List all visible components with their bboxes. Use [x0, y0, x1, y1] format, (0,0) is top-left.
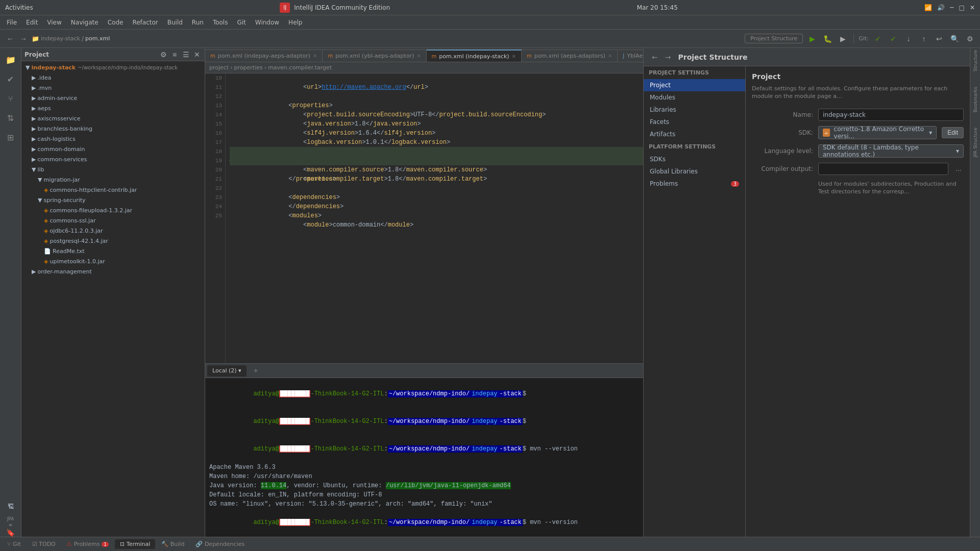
ps-nav-problems[interactable]: Problems 3: [644, 178, 745, 190]
ps-sdk-select[interactable]: ☕ corretto-1.8 Amazon Corretto versi... …: [818, 126, 937, 139]
tab-pom-indepay-aeps[interactable]: m pom.xml (indepay-aeps-adaptor) ✕: [205, 49, 323, 62]
sidebar-icon-commit[interactable]: ✔: [2, 70, 20, 88]
ps-language-level-value: SDK default (8 - Lambdas, type annotatio…: [823, 144, 956, 158]
settings-button[interactable]: ⚙: [964, 33, 976, 45]
right-sidebar-jpa[interactable]: JPA Structure: [972, 126, 979, 159]
bottom-tab-todo[interactable]: ☑ TODO: [27, 539, 61, 549]
ps-language-level-select[interactable]: SDK default (8 - Lambdas, type annotatio…: [818, 144, 964, 158]
tree-branchless-banking[interactable]: ▶branchless-banking: [21, 123, 205, 134]
menu-tools[interactable]: Tools: [209, 17, 232, 28]
bottom-tab-git[interactable]: ⑂ Git: [2, 539, 26, 549]
activities-label[interactable]: Activities: [5, 4, 33, 11]
tree-migration-jar[interactable]: ▼migration-jar: [21, 174, 205, 185]
ps-nav-artifacts[interactable]: Artifacts: [644, 128, 745, 140]
ps-name-value[interactable]: indepay-stack: [818, 109, 964, 121]
ps-nav-modules[interactable]: Modules: [644, 91, 745, 104]
tree-order-management[interactable]: ▶order-management: [21, 266, 205, 277]
sidebar-icon-build[interactable]: 🏗: [8, 503, 14, 510]
bottom-tab-terminal[interactable]: ⊡ Terminal: [115, 539, 155, 549]
tree-commons-fileupload[interactable]: ◈commons-fileupload-1.3.2.jar: [21, 205, 205, 215]
menu-navigate[interactable]: Navigate: [67, 17, 103, 28]
ps-nav-facets[interactable]: Facets: [644, 116, 745, 128]
tab-pom-aeps-adaptors[interactable]: m pom.xml (aeps-adaptors) ✕: [522, 49, 618, 62]
tree-root[interactable]: ▼ indepay-stack ~/workspace/ndmp-indo/in…: [21, 62, 205, 72]
bottom-tab-dependencies[interactable]: 🔗 Dependencies: [190, 539, 250, 549]
forward-button[interactable]: →: [17, 33, 30, 45]
sidebar-icon-git[interactable]: ⑂: [2, 89, 20, 108]
ps-nav-sdks[interactable]: SDKs: [644, 153, 745, 165]
menu-refactor[interactable]: Refactor: [128, 17, 162, 28]
tree-cash-logistics[interactable]: ▶cash-logistics: [21, 134, 205, 144]
tree-spring-security[interactable]: ▼spring-security: [21, 195, 205, 205]
run-button[interactable]: ▶: [806, 33, 818, 45]
tree-mvn[interactable]: ▶.mvn: [21, 83, 205, 93]
tree-ojdbc6[interactable]: ◈ojdbc6-11.2.0.3.jar: [21, 226, 205, 236]
terminal-tab-add[interactable]: +: [249, 365, 263, 377]
sidebar-icon-terminal[interactable]: ⊞: [2, 128, 20, 146]
tree-common-domain[interactable]: ▶common-domain: [21, 144, 205, 154]
folder-icon: 📁: [32, 35, 39, 42]
breadcrumb-target: maven.compiler.target: [268, 64, 332, 71]
tree-idea[interactable]: ▶.idea: [21, 72, 205, 83]
tree-commons-httpclient[interactable]: ◈commons-httpclient-contrib.jar: [21, 185, 205, 195]
tree-aeps[interactable]: ▶aeps: [21, 103, 205, 113]
problems-count: 1: [102, 542, 109, 547]
tree-lib[interactable]: ▼lib: [21, 164, 205, 174]
menu-help[interactable]: Help: [284, 17, 306, 28]
sidebar-icon-structure[interactable]: ≡: [9, 522, 13, 528]
run-config[interactable]: Project Structure: [745, 34, 803, 43]
git-update[interactable]: ↓: [902, 33, 915, 45]
git-check2[interactable]: ✓: [887, 33, 899, 45]
tree-upimetoolkit[interactable]: ◈upimetoolkit-1.0.jar: [21, 256, 205, 266]
tree-postgresql[interactable]: ◈postgresql-42.1.4.jar: [21, 236, 205, 246]
menu-edit[interactable]: Edit: [22, 17, 42, 28]
ps-nav-global-libraries[interactable]: Global Libraries: [644, 165, 745, 178]
sidebar-icon-bookmarks[interactable]: 🔖: [6, 529, 15, 537]
ps-nav-libraries[interactable]: Libraries: [644, 104, 745, 116]
ps-problems-badge: 3: [731, 181, 739, 187]
ps-compiler-output-value[interactable]: [818, 163, 948, 175]
menu-code[interactable]: Code: [104, 17, 128, 28]
window-minimize[interactable]: ─: [950, 4, 953, 11]
project-close-btn[interactable]: ✕: [192, 50, 202, 59]
menu-view[interactable]: View: [43, 17, 65, 28]
sidebar-icon-pullreq[interactable]: ⇅: [2, 109, 20, 127]
ps-edit-btn[interactable]: Edit: [942, 127, 964, 138]
menu-file[interactable]: File: [3, 17, 21, 28]
bottom-tab-problems[interactable]: ⚠ Problems 1: [62, 539, 114, 549]
menu-git[interactable]: Git: [233, 17, 250, 28]
terminal-tab-local[interactable]: Local (2) ▾: [207, 365, 247, 377]
tree-common-services[interactable]: ▶common-services: [21, 154, 205, 164]
sidebar-icon-jpa[interactable]: JPA: [7, 516, 14, 521]
bottom-tab-build[interactable]: 🔨 Build: [156, 539, 189, 549]
debug-button[interactable]: 🐛: [821, 33, 834, 45]
project-collapse-btn[interactable]: ≡: [170, 50, 179, 59]
git-check[interactable]: ✓: [872, 33, 884, 45]
tree-axiscmsservice[interactable]: ▶axiscmsservice: [21, 113, 205, 123]
right-sidebar-structure[interactable]: Structure: [972, 48, 979, 73]
git-revert[interactable]: ↩: [933, 33, 945, 45]
project-settings-btn[interactable]: ⚙: [159, 50, 168, 59]
tab-pom-indepay-stack[interactable]: m pom.xml (indepay-stack) ✕: [427, 49, 522, 62]
window-maximize[interactable]: □: [959, 4, 965, 11]
tree-readme[interactable]: 📄ReadMe.txt: [21, 246, 205, 256]
menu-build[interactable]: Build: [163, 17, 187, 28]
menu-run[interactable]: Run: [188, 17, 208, 28]
ps-nav-project[interactable]: Project: [644, 79, 745, 91]
window-close[interactable]: ✕: [970, 4, 975, 11]
ps-compiler-browse-btn[interactable]: …: [953, 164, 964, 174]
git-push[interactable]: ↑: [918, 33, 930, 45]
ps-back-btn[interactable]: ←: [650, 52, 660, 62]
coverage-button[interactable]: ▶: [837, 33, 849, 45]
sidebar-icon-project[interactable]: 📁: [2, 51, 20, 69]
tree-admin-service[interactable]: ▶admin-service: [21, 93, 205, 103]
search-button[interactable]: 🔍: [948, 33, 961, 45]
tree-commons-ssl[interactable]: ◈commons-ssl.jar: [21, 215, 205, 226]
ps-forward-btn[interactable]: →: [663, 52, 673, 62]
tab-pom-ybl-aeps[interactable]: m pom.xml (ybl-aeps-adaptor) ✕: [323, 49, 426, 62]
project-gear-btn[interactable]: ☰: [181, 50, 190, 59]
back-button[interactable]: ←: [4, 33, 16, 45]
right-sidebar-bookmarks[interactable]: Bookmarks: [972, 85, 979, 114]
menu-window[interactable]: Window: [251, 17, 283, 28]
project-tree: ▼ indepay-stack ~/workspace/ndmp-indo/in…: [21, 61, 205, 537]
